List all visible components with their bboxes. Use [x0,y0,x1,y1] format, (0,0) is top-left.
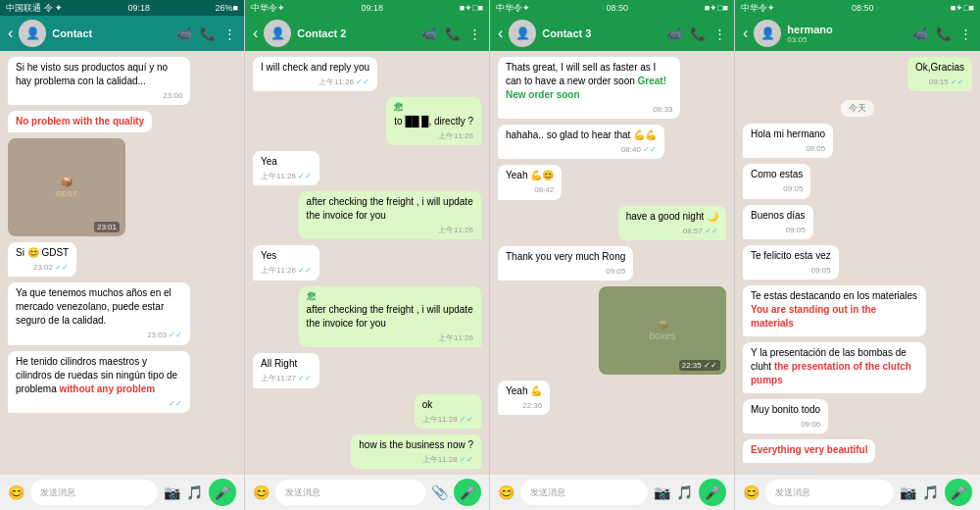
message-row: Hola mi hermano 09:05 [743,124,972,158]
status-time-4: 08:50 [852,3,874,13]
more-icon-4[interactable]: ⋮ [959,26,972,41]
msg-time: 上午11:28 ✓✓ [359,454,473,465]
back-arrow-1[interactable]: ‹ [8,25,13,42]
send-button-3[interactable]: 🎤 [699,479,726,506]
emoji-icon-3[interactable]: 😊 [498,484,514,500]
video-icon-2[interactable]: 📹 [421,26,437,41]
msg-time: 09:15 ✓✓ [915,76,964,87]
bubble-recv: Y la presentación de las bombas de cluht… [743,342,926,393]
bubble-recv: Everything very beautiful [743,439,875,463]
bubble-sent: Ok,Gracias 09:15 ✓✓ [907,57,972,91]
msg-text: All Right [261,358,297,369]
msg-text: Thank you very much Rong [506,251,625,262]
bubble-recv: He tenido cilindros maestros y cilindros… [8,351,190,413]
msg-time: 09:06 [751,419,820,430]
message-input-3[interactable]: 发送消息 [520,480,648,505]
more-icon-2[interactable]: ⋮ [468,26,481,41]
attach-icon-4[interactable]: 📷 [900,484,916,500]
back-arrow-2[interactable]: ‹ [253,25,258,42]
msg-highlight: No problem with the quality [16,116,144,127]
camera-icon-1[interactable]: 🎵 [186,484,203,500]
message-input-2[interactable]: 发送消息 [275,480,425,505]
bubble-recv: I will check and reply you 上午11:26 ✓✓ [253,57,377,91]
message-row: Ya que tenemos muchos años en el mercado… [8,282,236,344]
bubble-sent: 您 after checking the freight , i will up… [299,286,481,348]
msg-time: 上午11:26 [307,225,473,235]
msg-time: 08:57 ✓✓ [626,226,718,236]
chat-body-1: Si he visto sus productos aquí y no hay … [0,51,244,475]
video-icon-3[interactable]: 📹 [666,26,682,41]
chat-footer-1: 😊 发送消息 📷 🎵 🎤 [0,475,244,510]
status-left-4: 中华令✦ [741,2,775,15]
chat-body-2: I will check and reply you 上午11:26 ✓✓ 您 … [245,51,489,475]
message-row: Si 😊 GDST 23:02 ✓✓ [8,242,236,277]
contact-name-2: Contact 2 [297,27,416,39]
msg-time: 08:40 ✓✓ [506,144,657,155]
message-row: He tenido cilindros maestros y cilindros… [8,351,236,413]
status-right-2: ■✦□■ [460,3,483,13]
bubble-recv: Ya que tenemos muchos años en el mercado… [8,282,190,344]
call-icon-1[interactable]: 📞 [200,26,216,41]
msg-highlight: Everything very beautiful [751,444,867,455]
send-button-4[interactable]: 🎤 [945,479,972,506]
bubble-sent: after checking the freight , i will upda… [299,191,481,239]
attach-icon-2[interactable]: 📎 [431,484,448,500]
message-row: ok 上午11:28 ✓✓ [253,394,481,429]
input-placeholder-3: 发送消息 [530,486,565,499]
avatar-3: 👤 [509,20,536,47]
msg-text: Te estas destacando en los materiales [751,290,917,301]
chat-header-4: ‹ 👤 hermano 03:05 📹 📞 ⋮ [735,16,980,51]
bubble-recv: Muy bonito todo 09:06 [743,399,828,434]
msg-text: after checking the freight , i will upda… [307,304,473,329]
message-input-1[interactable]: 发送消息 [30,480,158,505]
video-icon-1[interactable]: 📹 [176,26,192,41]
back-arrow-3[interactable]: ‹ [498,25,503,42]
emoji-icon-1[interactable]: 😊 [8,484,24,500]
back-arrow-4[interactable]: ‹ [743,25,748,42]
msg-text: after checking the freight , i will upda… [307,196,473,221]
send-button-1[interactable]: 🎤 [209,479,236,506]
attach-icon-1[interactable]: 📷 [164,484,180,500]
status-bar-1: 中国联通 令 ✦ 09:18 26%■ [0,0,244,16]
record-icon-4[interactable]: 🎵 [922,484,939,500]
more-icon-1[interactable]: ⋮ [223,26,236,41]
emoji-icon-4[interactable]: 😊 [743,484,760,500]
status-bar-2: 中华令✦ 09:18 ■✦□■ [245,0,489,16]
record-icon-3[interactable]: 🎵 [676,484,693,500]
contact-name-4: hermano [787,24,906,35]
emoji-icon-2[interactable]: 😊 [253,484,270,500]
header-icons-1: 📹 📞 ⋮ [176,26,236,41]
call-icon-2[interactable]: 📞 [445,26,461,41]
video-icon-4[interactable]: 📹 [912,26,928,41]
chat-body-4: Ok,Gracias 09:15 ✓✓ 今天 Hola mi hermano 0… [735,51,980,475]
img-bubble-sent: 📦boxes 22:35 ✓✓ [599,286,726,375]
message-input-4[interactable]: 发送消息 [765,480,894,505]
chat-header-3: ‹ 👤 Contact 3 📹 📞 ⋮ [490,16,734,51]
msg-time: 上午11:26 ✓✓ [261,171,312,181]
bubble-recv: Si 😊 GDST 23:02 ✓✓ [8,242,76,277]
chat-panel-1: 中国联通 令 ✦ 09:18 26%■ ‹ 👤 Contact 📹 📞 ⋮ Si… [0,0,245,510]
msg-time: 08:42 [506,184,554,195]
header-icons-2: 📹 📞 ⋮ [421,26,481,41]
message-row: Yeah 💪😊 08:42 [498,165,726,199]
input-placeholder-1: 发送消息 [40,486,75,499]
message-row: Yea 上午11:26 ✓✓ [253,151,481,185]
attach-icon-3[interactable]: 📷 [654,484,670,500]
chat-body-3: Thats great, I will sell as faster as I … [490,51,734,475]
send-button-2[interactable]: 🎤 [454,479,481,506]
message-row: hahaha.. so glad to hear that 💪💪 08:40 ✓… [498,125,726,159]
msg-text: Yea [261,156,277,167]
bubble-sent: 您 to ██ █, directly ? 上午11:26 [386,97,481,145]
bubble-recv: Hola mi hermano 09:05 [743,124,833,158]
msg-text: hahaha.. so glad to hear that 💪💪 [506,129,657,140]
msg-time: 上午11:26 [394,130,473,141]
msg-highlight: You are standing out in the materials [751,304,876,329]
chat-panel-4: 中华令✦ 08:50 ■✦□■ ‹ 👤 hermano 03:05 📹 📞 ⋮ … [735,0,980,510]
call-icon-4[interactable]: 📞 [936,26,952,41]
bubble-recv: Buenos días 09:05 [743,205,813,239]
msg-time: ✓✓ [16,398,182,409]
more-icon-3[interactable]: ⋮ [713,26,726,41]
msg-text: how is the business now ? [359,439,473,450]
call-icon-3[interactable]: 📞 [690,26,706,41]
status-left-3: 中华令✦ [496,2,530,15]
